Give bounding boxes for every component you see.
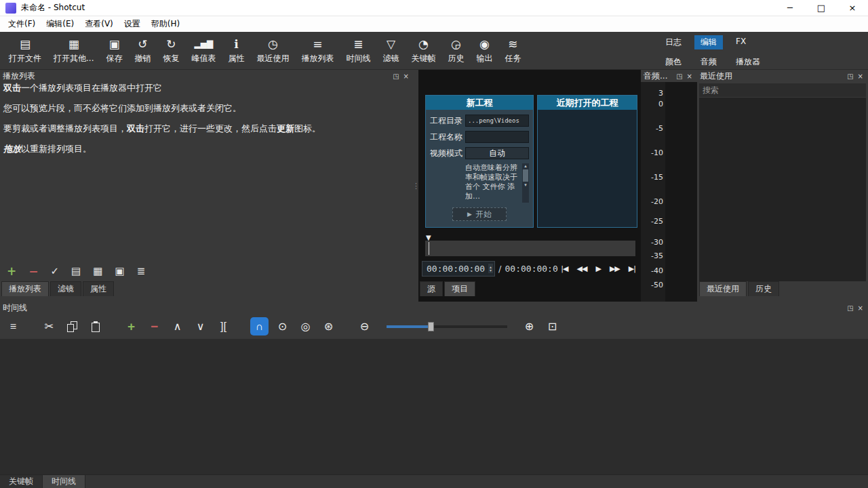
float-panel-icon[interactable]: ◳: [391, 73, 401, 80]
float-panel-icon[interactable]: ◳: [674, 73, 684, 80]
skip-to-start-button[interactable]: |◀: [561, 264, 568, 273]
tab-timeline[interactable]: 时间线: [43, 475, 85, 488]
keyframes-button[interactable]: ◔ 关键帧: [405, 35, 441, 66]
video-mode-select[interactable]: 自动: [465, 147, 529, 159]
jobs-button[interactable]: ≋ 任务: [498, 35, 527, 66]
close-panel-icon[interactable]: ×: [401, 73, 411, 80]
split-button[interactable]: ][: [214, 317, 233, 336]
playlist-menu-button[interactable]: ≣: [137, 265, 146, 277]
project-dir-input[interactable]: [465, 115, 529, 127]
menu-settings[interactable]: 设置: [119, 16, 146, 32]
open-file-button[interactable]: ▤ 打开文件: [3, 35, 47, 66]
maximize-button[interactable]: □: [806, 0, 837, 16]
layout-editing-button[interactable]: 编辑: [694, 35, 723, 49]
ripple-all-tracks-button[interactable]: ⊛: [319, 317, 338, 336]
open-other-button[interactable]: ▦ 打开其他...: [47, 35, 100, 66]
project-dir-label: 工程目录: [430, 115, 465, 127]
view-tiles-button[interactable]: ▦: [93, 265, 102, 277]
fast-forward-button[interactable]: ▶▶: [610, 264, 620, 273]
zoom-fit-button[interactable]: ⊡: [543, 317, 561, 336]
skip-to-end-button[interactable]: ▶|: [629, 264, 635, 273]
save-button[interactable]: ▣ 保存: [100, 35, 128, 66]
tab-playlist[interactable]: 播放列表: [1, 281, 49, 296]
timeline-menu-button[interactable]: ≡: [4, 317, 22, 336]
zoom-slider[interactable]: [387, 317, 507, 336]
ripple-toggle-button[interactable]: ◎: [296, 317, 315, 336]
tab-keyframes[interactable]: 关键帧: [0, 475, 43, 488]
append-button[interactable]: +: [122, 317, 140, 336]
close-panel-icon[interactable]: ×: [856, 304, 865, 312]
float-panel-icon[interactable]: ◳: [845, 73, 855, 80]
layout-audio-button[interactable]: 音频: [694, 55, 723, 69]
tab-history[interactable]: 历史: [748, 281, 779, 296]
scroll-up-icon[interactable]: ▴: [524, 163, 527, 169]
tab-source[interactable]: 源: [420, 281, 443, 296]
recent-projects-list[interactable]: [538, 110, 637, 227]
search-input[interactable]: [699, 83, 866, 97]
close-panel-icon[interactable]: ×: [685, 73, 694, 80]
snap-toggle-button[interactable]: ∩: [250, 317, 269, 336]
lift-button[interactable]: ∧: [168, 317, 186, 336]
scroll-thumb[interactable]: [523, 169, 528, 182]
cut-button[interactable]: ✂: [40, 317, 58, 336]
copy-button[interactable]: [63, 317, 81, 336]
text-segment: 一个播放列表项目在播放器中打开它: [21, 83, 162, 93]
timeline-tracks[interactable]: [0, 339, 868, 474]
play-button[interactable]: ▶: [595, 264, 600, 273]
minimize-button[interactable]: ─: [774, 0, 806, 16]
ripple-delete-button[interactable]: −: [145, 317, 163, 336]
playhead-icon[interactable]: ▼: [426, 234, 431, 241]
playlist-remove-button[interactable]: −: [28, 264, 38, 278]
redo-button[interactable]: ↻ 恢复: [157, 35, 185, 66]
zoom-in-button[interactable]: ⊕: [520, 317, 538, 336]
scale-value: -15: [651, 173, 663, 182]
zoom-slider-handle[interactable]: [428, 322, 434, 331]
layout-fx-button[interactable]: FX: [730, 35, 752, 49]
zoom-out-button[interactable]: ⊖: [355, 317, 374, 336]
player-scrubber[interactable]: ▼: [425, 234, 635, 256]
playlist-add-button[interactable]: +: [7, 264, 16, 278]
view-details-button[interactable]: ▤: [71, 265, 81, 277]
menu-edit[interactable]: 编辑(E): [41, 16, 79, 32]
menu-view[interactable]: 查看(V): [79, 16, 119, 32]
recent-button[interactable]: ◷ 最近使用: [250, 35, 295, 66]
menu-help[interactable]: 帮助(H): [146, 16, 185, 32]
peak-meter-button[interactable]: ▂▅▇ 峰值表: [185, 35, 222, 66]
tab-filters[interactable]: 滤镜: [50, 281, 81, 296]
recent-files-list[interactable]: [699, 98, 866, 281]
scroll-down-icon[interactable]: ▾: [524, 182, 527, 188]
filters-button[interactable]: ▽ 滤镜: [376, 35, 405, 66]
recent-projects-title: 近期打开的工程: [538, 96, 637, 110]
scrub-track[interactable]: [425, 241, 635, 256]
float-panel-icon[interactable]: ◳: [845, 304, 855, 312]
scrub-while-dragging-button[interactable]: ⊙: [273, 317, 292, 336]
playlist-update-button[interactable]: ✓: [51, 265, 60, 277]
layout-player-button[interactable]: 播放器: [730, 55, 766, 69]
start-button[interactable]: ▶ 开始: [452, 207, 507, 221]
tab-recent[interactable]: 最近使用: [699, 281, 747, 296]
export-button[interactable]: ◉ 输出: [470, 35, 498, 66]
tab-properties[interactable]: 属性: [83, 281, 114, 296]
overwrite-button[interactable]: ∨: [191, 317, 210, 336]
current-timecode-spinner[interactable]: 00:00:00:00 ▴ ▾: [422, 261, 495, 277]
timeline-button[interactable]: ≣ 时间线: [340, 35, 376, 66]
paste-button[interactable]: [86, 317, 104, 336]
rewind-button[interactable]: ◀◀: [577, 264, 587, 273]
close-panel-icon[interactable]: ×: [856, 73, 865, 80]
tab-project[interactable]: 项目: [444, 281, 475, 296]
spin-down-icon[interactable]: ▾: [490, 268, 492, 272]
scrollbar[interactable]: ▴ ▾: [522, 163, 529, 203]
project-name-input[interactable]: [465, 131, 529, 143]
undo-button[interactable]: ↺ 撤销: [128, 35, 157, 66]
close-button[interactable]: ×: [837, 0, 868, 16]
layout-logs-button[interactable]: 日志: [659, 35, 688, 49]
history-button[interactable]: ◶ 历史: [441, 35, 470, 66]
view-icons-button[interactable]: ▣: [115, 265, 124, 277]
timecode-spin-buttons[interactable]: ▴ ▾: [488, 264, 493, 273]
playlist-button[interactable]: ≡ 播放列表: [295, 35, 340, 66]
properties-button[interactable]: ℹ 属性: [222, 35, 250, 66]
layout-color-button[interactable]: 颜色: [659, 55, 688, 69]
zoom-slider-track[interactable]: [387, 325, 507, 328]
menu-file[interactable]: 文件(F): [3, 16, 41, 32]
vertical-splitter[interactable]: ⋮: [414, 70, 418, 302]
